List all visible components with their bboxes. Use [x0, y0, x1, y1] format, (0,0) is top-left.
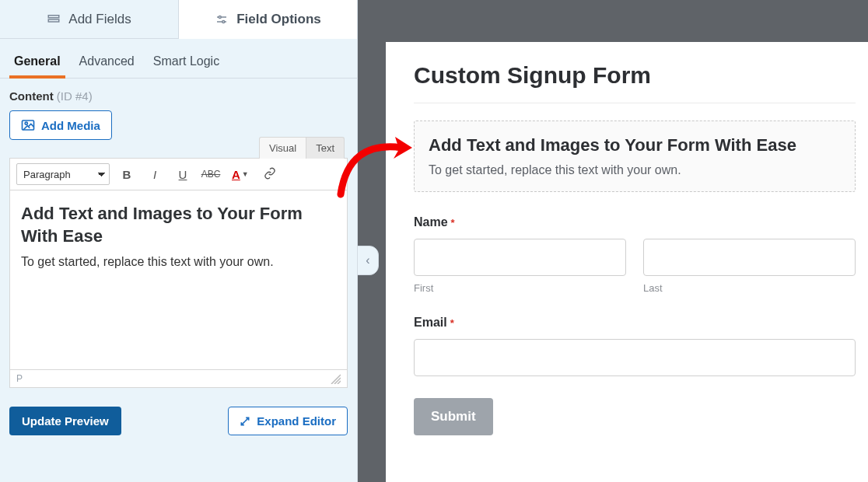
- editor-paragraph: To get started, replace this text with y…: [21, 255, 336, 269]
- first-name-sublabel: First: [414, 282, 626, 294]
- last-name-input[interactable]: [643, 239, 856, 276]
- email-field-label: Email*: [414, 316, 856, 330]
- editor-tab-text[interactable]: Text: [306, 137, 345, 159]
- name-field-group: Name* First Last: [414, 215, 856, 294]
- editor-tab-visual[interactable]: Visual: [259, 137, 306, 159]
- required-indicator: *: [450, 317, 454, 329]
- tab-field-options-label: Field Options: [236, 12, 321, 27]
- update-preview-button[interactable]: Update Preview: [9, 407, 121, 435]
- svg-point-6: [25, 122, 27, 124]
- tab-field-options[interactable]: Field Options: [179, 0, 357, 39]
- content-field-id: (ID #4): [57, 89, 93, 103]
- editor-path: P: [16, 373, 23, 384]
- option-sub-tabs: General Advanced Smart Logic: [0, 39, 357, 79]
- email-input[interactable]: [414, 339, 856, 376]
- collapse-panel-handle[interactable]: ‹: [357, 246, 379, 275]
- expand-editor-button[interactable]: Expand Editor: [228, 407, 348, 435]
- form-title: Custom Signup Form: [414, 62, 856, 89]
- content-section-title: Content (ID #4): [9, 89, 348, 103]
- content-label: Content: [9, 89, 54, 103]
- sub-tab-general[interactable]: General: [14, 50, 61, 78]
- field-options-icon: [215, 12, 229, 26]
- add-media-label: Add Media: [41, 119, 100, 132]
- preview-pane: ‹ Custom Signup Form Add Text and Images…: [358, 0, 868, 482]
- required-indicator: *: [451, 217, 455, 229]
- italic-button[interactable]: I: [144, 163, 166, 185]
- svg-point-3: [219, 16, 221, 18]
- field-options-panel: Add Fields Field Options General Advance…: [0, 0, 358, 482]
- first-name-input[interactable]: [414, 239, 626, 276]
- sub-tab-advanced[interactable]: Advanced: [79, 50, 135, 78]
- editor-mode-tabs: Visual Text: [9, 137, 348, 159]
- title-divider: [414, 103, 856, 103]
- last-name-sublabel: Last: [643, 282, 856, 294]
- panel-tabs: Add Fields Field Options: [0, 0, 357, 39]
- tab-add-fields[interactable]: Add Fields: [0, 0, 179, 39]
- editor-content-area[interactable]: Add Text and Images to Your Form With Ea…: [10, 190, 347, 369]
- text-color-button[interactable]: A▼: [228, 163, 253, 185]
- underline-button[interactable]: U: [172, 163, 194, 185]
- add-media-button[interactable]: Add Media: [9, 110, 112, 140]
- name-field-label: Name*: [414, 215, 856, 229]
- sub-tab-smart-logic[interactable]: Smart Logic: [153, 50, 219, 78]
- link-icon: [264, 167, 276, 182]
- editor-status-bar: P: [10, 369, 347, 387]
- submit-button[interactable]: Submit: [414, 398, 493, 435]
- email-field-group: Email*: [414, 316, 856, 376]
- tab-add-fields-label: Add Fields: [68, 12, 131, 27]
- preview-block-heading: Add Text and Images to Your Form With Ea…: [429, 135, 841, 155]
- bold-button[interactable]: B: [116, 163, 138, 185]
- link-button[interactable]: [259, 163, 281, 185]
- strikethrough-button[interactable]: ABC: [200, 163, 222, 185]
- svg-rect-0: [49, 15, 60, 17]
- editor-heading: Add Text and Images to Your Form With Ea…: [21, 203, 336, 247]
- preview-block-paragraph: To get started, replace this text with y…: [429, 163, 841, 177]
- expand-editor-label: Expand Editor: [257, 414, 336, 428]
- add-media-icon: [21, 118, 35, 132]
- content-field-preview[interactable]: Add Text and Images to Your Form With Ea…: [414, 120, 856, 192]
- format-select[interactable]: Paragraph: [16, 163, 110, 185]
- svg-point-5: [222, 20, 225, 23]
- panel-actions: Update Preview Expand Editor: [0, 397, 357, 445]
- svg-rect-1: [49, 19, 60, 22]
- form-preview: Custom Signup Form Add Text and Images t…: [386, 42, 868, 482]
- editor-toolbar: Paragraph B I U ABC A▼: [10, 159, 347, 190]
- expand-icon: [240, 416, 250, 427]
- caret-down-icon: ▼: [242, 170, 249, 178]
- resize-handle[interactable]: [330, 373, 341, 384]
- rich-text-editor: Paragraph B I U ABC A▼ Add Text and Imag…: [9, 158, 348, 388]
- add-fields-icon: [47, 12, 61, 26]
